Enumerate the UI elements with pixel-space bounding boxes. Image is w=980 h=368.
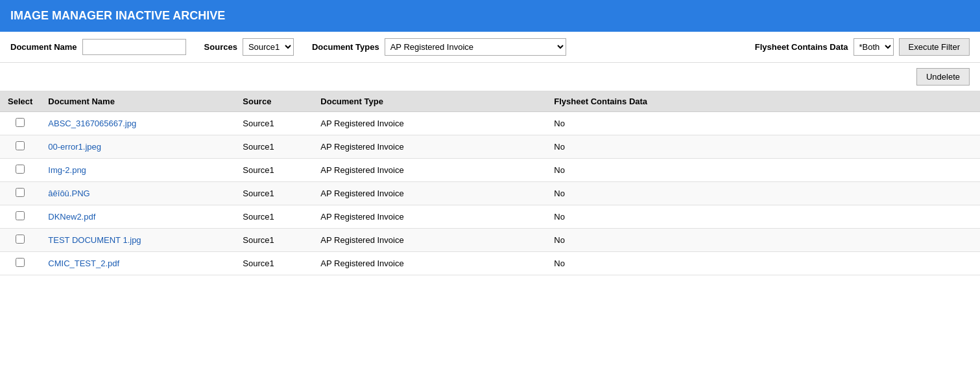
- row-flysheet-contains-data: No: [546, 182, 980, 205]
- document-name-link[interactable]: TEST DOCUMENT 1.jpg: [48, 235, 141, 245]
- row-flysheet-contains-data: No: [546, 229, 980, 252]
- flysheet-select[interactable]: *Both Yes No: [854, 38, 894, 56]
- row-checkbox-cell: [0, 205, 40, 229]
- row-select-checkbox[interactable]: [16, 235, 25, 244]
- col-header-select: Select: [0, 91, 40, 112]
- table-row: TEST DOCUMENT 1.jpgSource1AP Registered …: [0, 229, 980, 252]
- sources-label: Sources: [204, 42, 237, 52]
- col-header-document-name: Document Name: [40, 91, 235, 112]
- table-row: Img-2.pngSource1AP Registered InvoiceNo: [0, 159, 980, 182]
- row-document-type: AP Registered Invoice: [313, 205, 546, 229]
- row-flysheet-contains-data: No: [546, 252, 980, 275]
- document-name-link[interactable]: 00-error1.jpeg: [48, 142, 101, 152]
- row-document-type: AP Registered Invoice: [313, 229, 546, 252]
- app-title: IMAGE MANAGER INACTIVE ARCHIVE: [0, 0, 980, 32]
- document-name-link[interactable]: âêîôû.PNG: [48, 189, 90, 198]
- row-checkbox-cell: [0, 135, 40, 159]
- row-document-type: AP Registered Invoice: [313, 135, 546, 159]
- undelete-button[interactable]: Undelete: [916, 68, 970, 86]
- row-document-type: AP Registered Invoice: [313, 252, 546, 275]
- document-name-link[interactable]: DKNew2.pdf: [48, 212, 95, 222]
- table-row: ABSC_3167065667.jpgSource1AP Registered …: [0, 112, 980, 135]
- documents-table: Select Document Name Source Document Typ…: [0, 91, 980, 275]
- row-flysheet-contains-data: No: [546, 205, 980, 229]
- flysheet-label: Flysheet Contains Data: [755, 42, 848, 52]
- col-header-flysheet: Flysheet Contains Data: [546, 91, 980, 112]
- row-flysheet-contains-data: No: [546, 112, 980, 135]
- execute-filter-button[interactable]: Execute Filter: [899, 38, 970, 56]
- sources-select[interactable]: Source1 Source2 Source3: [243, 38, 294, 56]
- action-bar: Undelete: [0, 63, 980, 91]
- app-title-text: IMAGE MANAGER INACTIVE ARCHIVE: [10, 9, 225, 22]
- row-select-checkbox[interactable]: [16, 188, 25, 197]
- document-name-link[interactable]: CMIC_TEST_2.pdf: [48, 259, 119, 268]
- row-source: Source1: [235, 182, 313, 205]
- row-select-checkbox[interactable]: [16, 141, 25, 150]
- row-flysheet-contains-data: No: [546, 135, 980, 159]
- row-document-name[interactable]: 00-error1.jpeg: [40, 135, 235, 159]
- row-select-checkbox[interactable]: [16, 118, 25, 127]
- row-document-name[interactable]: ABSC_3167065667.jpg: [40, 112, 235, 135]
- document-types-select[interactable]: AP Registered Invoice AP Non-Registered …: [385, 38, 566, 56]
- row-document-name[interactable]: âêîôû.PNG: [40, 182, 235, 205]
- row-select-checkbox[interactable]: [16, 165, 25, 174]
- row-document-name[interactable]: CMIC_TEST_2.pdf: [40, 252, 235, 275]
- row-source: Source1: [235, 112, 313, 135]
- table-row: DKNew2.pdfSource1AP Registered InvoiceNo: [0, 205, 980, 229]
- row-source: Source1: [235, 135, 313, 159]
- row-checkbox-cell: [0, 182, 40, 205]
- table-header-row: Select Document Name Source Document Typ…: [0, 91, 980, 112]
- row-document-name[interactable]: DKNew2.pdf: [40, 205, 235, 229]
- document-name-label: Document Name: [10, 42, 77, 52]
- row-document-type: AP Registered Invoice: [313, 112, 546, 135]
- row-source: Source1: [235, 205, 313, 229]
- row-source: Source1: [235, 252, 313, 275]
- document-name-link[interactable]: ABSC_3167065667.jpg: [48, 119, 136, 128]
- document-name-input[interactable]: [82, 39, 186, 55]
- row-document-name[interactable]: Img-2.png: [40, 159, 235, 182]
- row-select-checkbox[interactable]: [16, 258, 25, 267]
- row-checkbox-cell: [0, 229, 40, 252]
- table-row: 00-error1.jpegSource1AP Registered Invoi…: [0, 135, 980, 159]
- row-select-checkbox[interactable]: [16, 211, 25, 220]
- table-row: âêîôû.PNGSource1AP Registered InvoiceNo: [0, 182, 980, 205]
- row-source: Source1: [235, 229, 313, 252]
- col-header-source: Source: [235, 91, 313, 112]
- row-document-type: AP Registered Invoice: [313, 182, 546, 205]
- row-checkbox-cell: [0, 159, 40, 182]
- row-source: Source1: [235, 159, 313, 182]
- document-types-label: Document Types: [312, 42, 379, 52]
- row-checkbox-cell: [0, 252, 40, 275]
- row-document-type: AP Registered Invoice: [313, 159, 546, 182]
- col-header-document-type: Document Type: [313, 91, 546, 112]
- row-flysheet-contains-data: No: [546, 159, 980, 182]
- row-document-name[interactable]: TEST DOCUMENT 1.jpg: [40, 229, 235, 252]
- row-checkbox-cell: [0, 112, 40, 135]
- filter-bar: Document Name Sources Source1 Source2 So…: [0, 32, 980, 63]
- document-name-link[interactable]: Img-2.png: [48, 165, 86, 175]
- table-row: CMIC_TEST_2.pdfSource1AP Registered Invo…: [0, 252, 980, 275]
